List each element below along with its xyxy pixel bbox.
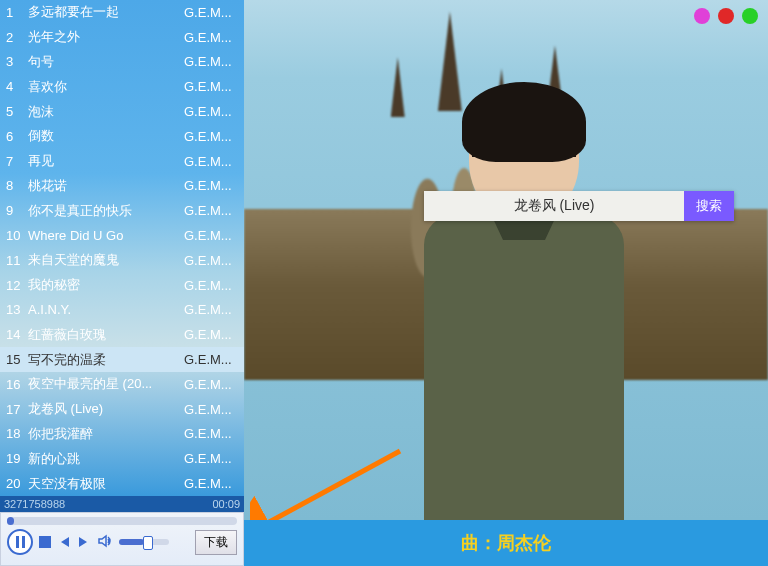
track-title: 龙卷风 (Live) <box>28 400 184 418</box>
track-title: A.I.N.Y. <box>28 302 184 317</box>
track-number: 18 <box>6 426 28 441</box>
track-number: 15 <box>6 352 28 367</box>
volume-slider[interactable] <box>119 539 169 545</box>
search-input[interactable] <box>424 191 684 221</box>
track-number: 10 <box>6 228 28 243</box>
playlist-row[interactable]: 9你不是真正的快乐G.E.M... <box>0 198 244 223</box>
track-number: 6 <box>6 129 28 144</box>
playlist-row[interactable]: 1多远都要在一起G.E.M... <box>0 0 244 25</box>
track-number: 16 <box>6 377 28 392</box>
track-title: 桃花诺 <box>28 177 184 195</box>
track-number: 19 <box>6 451 28 466</box>
play-pause-button[interactable] <box>7 529 33 555</box>
track-number: 1 <box>6 5 28 20</box>
playlist-row[interactable]: 16夜空中最亮的星 (20...G.E.M... <box>0 372 244 397</box>
track-title: 天空没有极限 <box>28 475 184 493</box>
window-control-purple[interactable] <box>694 8 710 24</box>
previous-track-button[interactable] <box>57 535 71 549</box>
track-artist: G.E.M... <box>184 327 238 342</box>
pause-icon <box>16 536 25 548</box>
track-title: 写不完的温柔 <box>28 351 184 369</box>
track-title: 再见 <box>28 152 184 170</box>
playlist-row[interactable]: 11来自天堂的魔鬼G.E.M... <box>0 248 244 273</box>
track-number: 5 <box>6 104 28 119</box>
playlist-row[interactable]: 18你把我灌醉G.E.M... <box>0 422 244 447</box>
track-title: 红蔷薇白玫瑰 <box>28 326 184 344</box>
track-artist: G.E.M... <box>184 79 238 94</box>
track-title: 句号 <box>28 53 184 71</box>
track-artist: G.E.M... <box>184 178 238 193</box>
track-title: 来自天堂的魔鬼 <box>28 251 184 269</box>
track-artist: G.E.M... <box>184 426 238 441</box>
playlist-row[interactable]: 10Where Did U GoG.E.M... <box>0 223 244 248</box>
track-artist: G.E.M... <box>184 30 238 45</box>
window-controls <box>694 8 758 24</box>
album-art-person <box>414 90 634 520</box>
playlist-row[interactable]: 12我的秘密G.E.M... <box>0 273 244 298</box>
track-title: 光年之外 <box>28 28 184 46</box>
track-number: 4 <box>6 79 28 94</box>
track-artist: G.E.M... <box>184 302 238 317</box>
track-artist: G.E.M... <box>184 5 238 20</box>
download-button[interactable]: 下载 <box>195 530 237 555</box>
playlist-row[interactable]: 4喜欢你G.E.M... <box>0 74 244 99</box>
track-number: 14 <box>6 327 28 342</box>
playlist-row[interactable]: 15写不完的温柔G.E.M... <box>0 347 244 372</box>
volume-icon[interactable] <box>97 533 113 552</box>
track-title: 新的心跳 <box>28 450 184 468</box>
player-bar: 下载 <box>0 512 244 566</box>
track-number: 20 <box>6 476 28 491</box>
track-artist: G.E.M... <box>184 352 238 367</box>
track-artist: G.E.M... <box>184 203 238 218</box>
now-playing-label: 曲：周杰伦 <box>461 531 551 555</box>
status-bar: 3271758988 00:09 <box>0 496 244 512</box>
track-artist: G.E.M... <box>184 253 238 268</box>
playlist-row[interactable]: 6倒数G.E.M... <box>0 124 244 149</box>
track-title: 泡沫 <box>28 103 184 121</box>
track-artist: G.E.M... <box>184 104 238 119</box>
main-view <box>244 0 768 520</box>
track-artist: G.E.M... <box>184 451 238 466</box>
track-title: Where Did U Go <box>28 228 184 243</box>
track-title: 喜欢你 <box>28 78 184 96</box>
playlist-row[interactable]: 5泡沫G.E.M... <box>0 99 244 124</box>
stop-button[interactable] <box>39 536 51 548</box>
track-title: 你不是真正的快乐 <box>28 202 184 220</box>
status-time: 00:09 <box>212 498 240 510</box>
next-track-button[interactable] <box>77 535 91 549</box>
track-number: 13 <box>6 302 28 317</box>
player-controls: 下载 <box>1 527 243 557</box>
search-box: 搜索 <box>424 191 734 221</box>
window-control-green[interactable] <box>742 8 758 24</box>
track-artist: G.E.M... <box>184 228 238 243</box>
track-artist: G.E.M... <box>184 278 238 293</box>
track-artist: G.E.M... <box>184 377 238 392</box>
track-title: 夜空中最亮的星 (20... <box>28 375 184 393</box>
playlist-row[interactable]: 2光年之外G.E.M... <box>0 25 244 50</box>
playlist-row[interactable]: 14红蔷薇白玫瑰G.E.M... <box>0 322 244 347</box>
playlist-row[interactable]: 20天空没有极限G.E.M... <box>0 471 244 496</box>
progress-track[interactable] <box>7 517 237 525</box>
track-title: 你把我灌醉 <box>28 425 184 443</box>
search-button[interactable]: 搜索 <box>684 191 734 221</box>
playlist-panel: 1多远都要在一起G.E.M...2光年之外G.E.M...3句号G.E.M...… <box>0 0 244 496</box>
track-artist: G.E.M... <box>184 402 238 417</box>
window-control-red[interactable] <box>718 8 734 24</box>
track-artist: G.E.M... <box>184 54 238 69</box>
now-playing-strip: 曲：周杰伦 <box>244 520 768 566</box>
playlist-row[interactable]: 7再见G.E.M... <box>0 149 244 174</box>
playlist-row[interactable]: 17龙卷风 (Live)G.E.M... <box>0 397 244 422</box>
track-number: 9 <box>6 203 28 218</box>
track-artist: G.E.M... <box>184 129 238 144</box>
track-artist: G.E.M... <box>184 476 238 491</box>
playlist-row[interactable]: 3句号G.E.M... <box>0 50 244 75</box>
track-title: 多远都要在一起 <box>28 3 184 21</box>
status-left: 3271758988 <box>4 498 65 510</box>
track-number: 2 <box>6 30 28 45</box>
playlist-row[interactable]: 13A.I.N.Y.G.E.M... <box>0 298 244 323</box>
track-title: 我的秘密 <box>28 276 184 294</box>
track-number: 11 <box>6 253 28 268</box>
playlist-row[interactable]: 8桃花诺G.E.M... <box>0 174 244 199</box>
playlist-row[interactable]: 19新的心跳G.E.M... <box>0 446 244 471</box>
track-title: 倒数 <box>28 127 184 145</box>
